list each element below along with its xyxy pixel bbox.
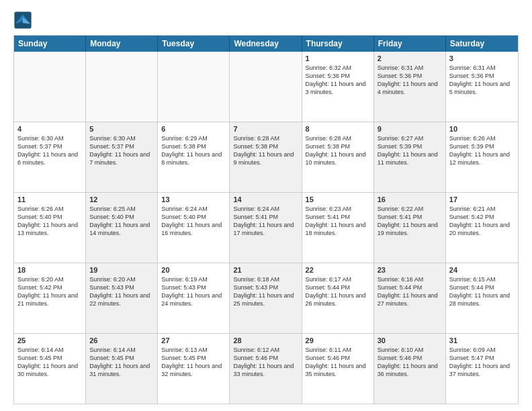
calendar-cell: 9Sunrise: 6:27 AMSunset: 5:39 PMDaylight…	[374, 122, 446, 192]
header-day-wednesday: Wednesday	[230, 36, 302, 52]
day-info-line: Daylight: 11 hours and 8 minutes.	[161, 151, 222, 166]
day-number: 23	[378, 266, 442, 274]
day-info-line: Sunset: 5:46 PM	[233, 355, 278, 361]
day-info-line: Daylight: 11 hours and 35 minutes.	[306, 363, 366, 377]
day-number: 8	[306, 125, 370, 133]
day-info-line: Sunrise: 6:31 AM	[449, 64, 496, 71]
day-info-line: Daylight: 11 hours and 30 minutes.	[17, 363, 78, 377]
day-number: 1	[306, 54, 370, 62]
calendar-week-4: 18Sunrise: 6:20 AMSunset: 5:42 PMDayligh…	[14, 263, 518, 334]
day-info: Sunrise: 6:27 AMSunset: 5:39 PMDaylight:…	[378, 134, 442, 167]
calendar-cell: 13Sunrise: 6:24 AMSunset: 5:40 PMDayligh…	[158, 193, 230, 263]
calendar-cell: 24Sunrise: 6:15 AMSunset: 5:44 PMDayligh…	[446, 263, 518, 333]
day-info-line: Sunset: 5:41 PM	[378, 214, 423, 220]
day-info-line: Daylight: 11 hours and 26 minutes.	[306, 292, 366, 307]
day-info-line: Sunrise: 6:28 AM	[306, 135, 352, 142]
header-day-sunday: Sunday	[14, 36, 86, 52]
day-info-line: Sunset: 5:46 PM	[378, 355, 423, 361]
day-info-line: Sunrise: 6:18 AM	[233, 276, 279, 283]
day-info-line: Sunrise: 6:25 AM	[89, 205, 136, 212]
day-info-line: Sunset: 5:41 PM	[306, 214, 351, 220]
day-number: 27	[161, 336, 226, 345]
day-number: 6	[161, 125, 226, 133]
day-info: Sunrise: 6:25 AMSunset: 5:40 PMDaylight:…	[89, 205, 154, 238]
day-info-line: Sunrise: 6:29 AM	[161, 135, 208, 142]
calendar-cell: 2Sunrise: 6:31 AMSunset: 5:36 PMDaylight…	[374, 52, 446, 122]
day-info: Sunrise: 6:11 AMSunset: 5:46 PMDaylight:…	[306, 346, 370, 379]
header	[13, 11, 519, 30]
header-day-monday: Monday	[86, 36, 158, 52]
day-info-line: Daylight: 11 hours and 25 minutes.	[233, 292, 294, 307]
day-info-line: Sunset: 5:36 PM	[306, 73, 351, 79]
day-info-line: Daylight: 11 hours and 10 minutes.	[306, 151, 366, 166]
calendar-cell: 20Sunrise: 6:19 AMSunset: 5:43 PMDayligh…	[158, 263, 230, 333]
day-number: 20	[161, 266, 226, 274]
day-info-line: Sunset: 5:38 PM	[161, 143, 206, 150]
day-number: 5	[89, 125, 154, 133]
day-info-line: Sunset: 5:44 PM	[378, 284, 423, 291]
day-info: Sunrise: 6:15 AMSunset: 5:44 PMDaylight:…	[449, 275, 515, 308]
day-number: 30	[378, 336, 442, 345]
day-info-line: Daylight: 11 hours and 12 minutes.	[449, 151, 510, 166]
day-info: Sunrise: 6:32 AMSunset: 5:36 PMDaylight:…	[306, 64, 370, 97]
day-info-line: Sunset: 5:37 PM	[17, 143, 62, 150]
calendar-cell: 22Sunrise: 6:17 AMSunset: 5:44 PMDayligh…	[302, 263, 374, 333]
day-info-line: Daylight: 11 hours and 24 minutes.	[161, 292, 222, 307]
day-number: 31	[449, 336, 515, 345]
day-info-line: Sunrise: 6:24 AM	[233, 205, 279, 212]
day-info-line: Daylight: 11 hours and 7 minutes.	[89, 151, 150, 166]
day-info: Sunrise: 6:09 AMSunset: 5:47 PMDaylight:…	[449, 346, 515, 379]
day-info: Sunrise: 6:24 AMSunset: 5:40 PMDaylight:…	[161, 205, 226, 238]
day-info-line: Daylight: 11 hours and 21 minutes.	[17, 292, 78, 307]
day-info: Sunrise: 6:10 AMSunset: 5:46 PMDaylight:…	[378, 346, 442, 379]
day-number: 3	[449, 54, 515, 62]
day-info-line: Sunset: 5:44 PM	[449, 284, 494, 291]
day-info: Sunrise: 6:16 AMSunset: 5:44 PMDaylight:…	[378, 275, 442, 308]
day-info: Sunrise: 6:31 AMSunset: 5:36 PMDaylight:…	[449, 64, 515, 97]
day-info-line: Sunset: 5:38 PM	[306, 143, 351, 150]
day-info-line: Sunrise: 6:31 AM	[378, 64, 424, 71]
calendar-cell: 29Sunrise: 6:11 AMSunset: 5:46 PMDayligh…	[302, 334, 374, 404]
day-info-line: Daylight: 11 hours and 18 minutes.	[306, 222, 366, 236]
day-info: Sunrise: 6:19 AMSunset: 5:43 PMDaylight:…	[161, 275, 226, 308]
day-info: Sunrise: 6:17 AMSunset: 5:44 PMDaylight:…	[306, 275, 370, 308]
calendar: SundayMondayTuesdayWednesdayThursdayFrid…	[13, 35, 519, 404]
calendar-cell: 6Sunrise: 6:29 AMSunset: 5:38 PMDaylight…	[158, 122, 230, 192]
day-info-line: Sunset: 5:36 PM	[449, 73, 494, 79]
calendar-week-1: 1Sunrise: 6:32 AMSunset: 5:36 PMDaylight…	[14, 52, 518, 122]
logo-icon	[13, 11, 32, 30]
day-info: Sunrise: 6:31 AMSunset: 5:36 PMDaylight:…	[378, 64, 442, 97]
day-info-line: Sunrise: 6:15 AM	[449, 276, 496, 283]
day-info-line: Sunset: 5:42 PM	[17, 284, 62, 291]
day-number: 22	[306, 266, 370, 274]
day-number: 18	[17, 266, 82, 274]
day-info-line: Sunset: 5:38 PM	[233, 143, 278, 150]
calendar-cell: 23Sunrise: 6:16 AMSunset: 5:44 PMDayligh…	[374, 263, 446, 333]
day-number: 2	[378, 54, 442, 62]
day-info-line: Daylight: 11 hours and 6 minutes.	[17, 151, 78, 166]
day-number: 12	[89, 195, 154, 203]
day-info-line: Sunset: 5:36 PM	[378, 73, 423, 79]
day-info-line: Sunrise: 6:19 AM	[161, 276, 208, 283]
day-number: 19	[89, 266, 154, 274]
calendar-cell: 17Sunrise: 6:21 AMSunset: 5:42 PMDayligh…	[446, 193, 518, 263]
calendar-cell: 8Sunrise: 6:28 AMSunset: 5:38 PMDaylight…	[302, 122, 374, 192]
day-info: Sunrise: 6:26 AMSunset: 5:39 PMDaylight:…	[449, 134, 515, 167]
calendar-week-5: 25Sunrise: 6:14 AMSunset: 5:45 PMDayligh…	[14, 334, 518, 404]
calendar-cell: 11Sunrise: 6:26 AMSunset: 5:40 PMDayligh…	[14, 193, 86, 263]
calendar-cell: 10Sunrise: 6:26 AMSunset: 5:39 PMDayligh…	[446, 122, 518, 192]
day-info-line: Daylight: 11 hours and 16 minutes.	[161, 222, 222, 236]
day-info-line: Sunrise: 6:27 AM	[378, 135, 424, 142]
day-info-line: Sunrise: 6:12 AM	[233, 347, 279, 353]
day-info: Sunrise: 6:22 AMSunset: 5:41 PMDaylight:…	[378, 205, 442, 238]
calendar-cell: 27Sunrise: 6:13 AMSunset: 5:45 PMDayligh…	[158, 334, 230, 404]
calendar-cell: 28Sunrise: 6:12 AMSunset: 5:46 PMDayligh…	[230, 334, 302, 404]
day-number: 29	[306, 336, 370, 345]
day-info-line: Sunrise: 6:24 AM	[161, 205, 208, 212]
day-info: Sunrise: 6:26 AMSunset: 5:40 PMDaylight:…	[17, 205, 82, 238]
calendar-cell: 4Sunrise: 6:30 AMSunset: 5:37 PMDaylight…	[14, 122, 86, 192]
day-info: Sunrise: 6:18 AMSunset: 5:43 PMDaylight:…	[233, 275, 298, 308]
calendar-cell	[230, 52, 302, 122]
day-number: 13	[161, 195, 226, 203]
day-number: 7	[233, 125, 298, 133]
